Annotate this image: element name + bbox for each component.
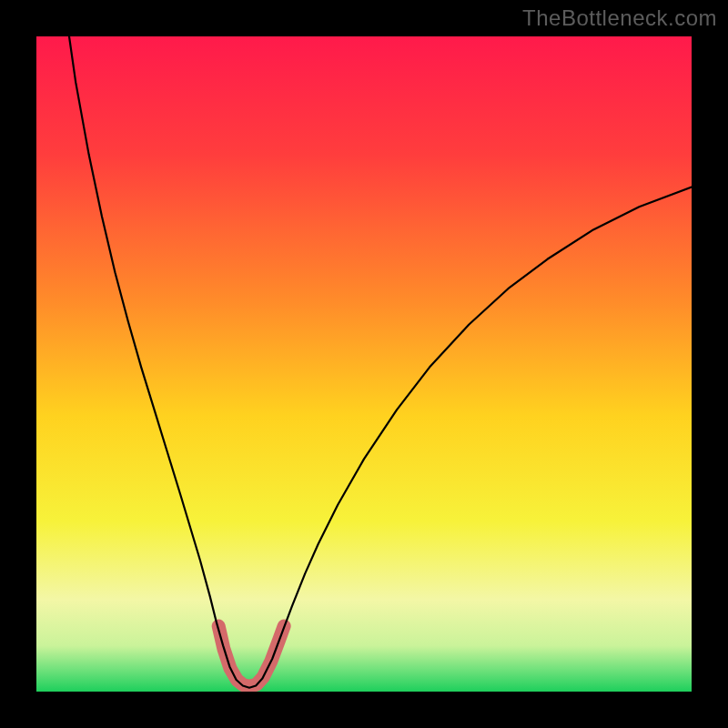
plot-area [36, 36, 692, 692]
gradient-background [36, 36, 692, 692]
watermark-text: TheBottleneck.com [522, 5, 717, 31]
chart-svg [36, 36, 692, 692]
chart-stage: TheBottleneck.com [0, 0, 728, 728]
